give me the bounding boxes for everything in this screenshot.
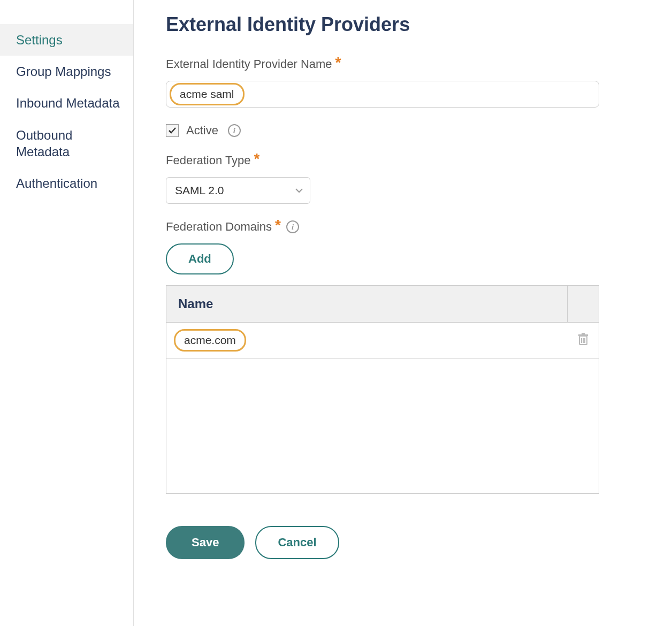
provider-name-input[interactable]: acme saml [170, 83, 245, 105]
provider-name-input-wrap[interactable]: acme saml [166, 81, 599, 108]
provider-name-label: External Identity Provider Name * [166, 57, 656, 71]
table-row: acme.com [166, 323, 599, 358]
active-checkbox[interactable] [166, 124, 179, 137]
form-buttons: Save Cancel [166, 526, 656, 559]
info-icon[interactable]: i [286, 220, 299, 233]
trash-icon[interactable] [577, 333, 589, 348]
provider-name-label-text: External Identity Provider Name [166, 57, 332, 71]
table-header-actions [568, 286, 599, 322]
federation-type-label: Federation Type * [166, 154, 656, 167]
table-header-name: Name [166, 286, 568, 322]
domain-value[interactable]: acme.com [174, 329, 246, 352]
checkmark-icon [168, 126, 177, 135]
required-asterisk-icon: * [254, 155, 260, 163]
table-cell-name[interactable]: acme.com [166, 323, 568, 358]
svg-rect-5 [582, 333, 585, 334]
info-icon[interactable]: i [228, 124, 241, 137]
required-asterisk-icon: * [335, 59, 341, 66]
main-content: External Identity Providers External Ide… [134, 0, 672, 626]
svg-rect-4 [578, 334, 588, 336]
save-button[interactable]: Save [166, 526, 245, 559]
add-button[interactable]: Add [166, 243, 234, 274]
table-header: Name [166, 286, 599, 323]
federation-domains-label: Federation Domains * i [166, 220, 656, 234]
domains-table: Name acme.com [166, 285, 599, 494]
sidebar: Settings Group Mappings Inbound Metadata… [0, 0, 134, 626]
table-cell-action [568, 326, 599, 354]
active-label: Active [186, 124, 218, 138]
sidebar-item-inbound-metadata[interactable]: Inbound Metadata [0, 87, 133, 119]
sidebar-item-settings[interactable]: Settings [0, 24, 133, 56]
cancel-button[interactable]: Cancel [255, 526, 339, 559]
federation-type-select[interactable]: SAML 2.0 [166, 177, 310, 204]
sidebar-item-group-mappings[interactable]: Group Mappings [0, 56, 133, 87]
federation-type-label-text: Federation Type [166, 154, 251, 167]
sidebar-item-outbound-metadata[interactable]: Outbound Metadata [0, 119, 133, 167]
active-row: Active i [166, 124, 656, 138]
sidebar-item-authentication[interactable]: Authentication [0, 167, 133, 199]
federation-type-select-wrap: SAML 2.0 [166, 177, 310, 204]
required-asterisk-icon: * [275, 222, 281, 229]
federation-domains-label-text: Federation Domains [166, 220, 272, 234]
page-title: External Identity Providers [166, 13, 656, 36]
